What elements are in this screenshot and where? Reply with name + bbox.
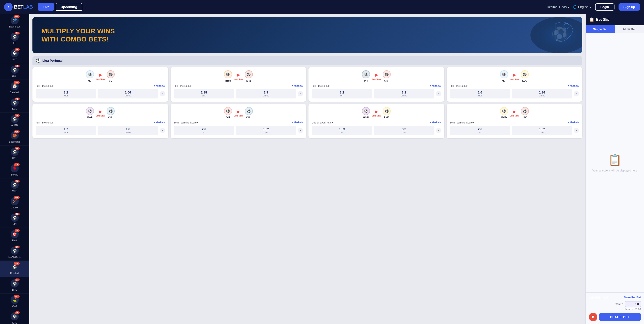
- sidebar-item-inpl[interactable]: ⚽ 38 INPL: [0, 211, 29, 228]
- home-team-logo: ⚽: [500, 70, 508, 78]
- odds-arrow-btn[interactable]: ›: [160, 128, 165, 133]
- singles-label: Singles (x0): [589, 296, 608, 300]
- sidebar-item-badminton[interactable]: 🏸 358 Badminton: [0, 14, 29, 30]
- odd-btn-2[interactable]: 3.3 Yes: [374, 126, 434, 135]
- sidebar-item-bpl[interactable]: ⚽ 37 BPL: [0, 277, 29, 294]
- odd-btn-2[interactable]: 3.1 DRAW: [374, 89, 434, 98]
- sport-badge-golf: 171: [14, 295, 20, 298]
- odds-arrow-btn[interactable]: ›: [298, 91, 303, 96]
- odds-selector[interactable]: Decimal Odds: [547, 5, 569, 9]
- odd-btn-1[interactable]: 1.7 BAR: [36, 126, 96, 135]
- sidebar-item-baseball[interactable]: ⚾ 485 Baseball: [0, 80, 29, 96]
- odd-btn-2[interactable]: 1.66 DRAW: [98, 89, 158, 98]
- sport-badge-aufb: 40: [15, 114, 20, 117]
- home-team-logo: ⚽: [362, 107, 370, 115]
- home-team: ⚽ MCI: [86, 70, 94, 82]
- live-play-icon: ▶: [236, 109, 240, 114]
- sport-badge-boxing: 275: [14, 163, 20, 166]
- markets-link[interactable]: ▾ Markets: [154, 84, 165, 87]
- match-teams: ⚽ MCI ▶ Live Now ⚽ LEU: [450, 70, 579, 82]
- away-team: ⚽ CHL: [245, 107, 253, 119]
- stake-label: STAKE: [616, 303, 623, 306]
- login-button[interactable]: Login: [595, 4, 614, 10]
- odd-btn-2[interactable]: 2.9 DRAW: [236, 89, 296, 98]
- sidebar-item-basketball[interactable]: 🏀 490 Basketball: [0, 129, 29, 146]
- sidebar-item-boxing[interactable]: 🥊 275 Boxing: [0, 162, 29, 178]
- odd-btn-1[interactable]: 2.38 BRN: [174, 89, 234, 98]
- sidebar-item-efl[interactable]: ⚽ 35 EFL: [0, 310, 29, 324]
- odds-arrow-btn[interactable]: ›: [574, 128, 579, 133]
- delete-button[interactable]: 🗑: [589, 313, 597, 321]
- match-market: Both Teams to Score ▾ ▾ Markets: [174, 121, 303, 124]
- multi-bet-tab[interactable]: Multi Bet: [615, 25, 644, 33]
- odd-btn-2[interactable]: 1.36 DRAW: [512, 89, 572, 98]
- odds-row: 3.2 MCI 1.66 DRAW ›: [36, 89, 165, 98]
- sport-icon-league1: ⚽ 37: [10, 246, 19, 254]
- live-now-label: Live Now: [510, 78, 519, 80]
- markets-link[interactable]: ▾ Markets: [430, 121, 441, 124]
- sidebar-item-sat[interactable]: ⚽ 49 SAT: [0, 47, 29, 63]
- sport-badge-inpl: 38: [15, 213, 20, 216]
- odd-btn-1[interactable]: 3.2 INT: [312, 89, 372, 98]
- odds-row: 1.6 MCI 1.36 DRAW ›: [450, 89, 579, 98]
- sidebar-item-lf[interactable]: ⚽ 51 LF: [0, 30, 29, 47]
- sport-label-inpl: INPL: [12, 222, 17, 225]
- away-team: ⚽ LEU: [521, 70, 529, 82]
- odds-arrow-btn[interactable]: ›: [574, 91, 579, 96]
- betslip-icon: 📋: [589, 17, 594, 22]
- sport-icon-sat: ⚽ 49: [10, 49, 19, 57]
- markets-link[interactable]: ▾ Markets: [292, 121, 303, 124]
- odds-arrow-btn[interactable]: ›: [436, 128, 441, 133]
- away-team-logo: ⚽: [245, 70, 253, 78]
- upcoming-button[interactable]: Upcoming: [56, 3, 82, 11]
- odds-row: 3.2 INT 3.1 DRAW ›: [312, 89, 441, 98]
- odd-btn-1[interactable]: 1.53 No: [312, 126, 372, 135]
- sidebar-item-ucl[interactable]: ⚽ 45 UCL: [0, 63, 29, 80]
- odds-arrow-btn[interactable]: ›: [436, 91, 441, 96]
- sidebar-item-ssl[interactable]: ⚽ 42 SSL: [0, 96, 29, 113]
- odds-arrow-btn[interactable]: ›: [160, 91, 165, 96]
- sport-badge-mls: 38: [15, 180, 20, 182]
- live-button[interactable]: Live: [38, 3, 54, 11]
- stake-per-bet-label: Stake Per Bet: [624, 296, 641, 299]
- home-team-name: GIR: [226, 116, 230, 119]
- odd-btn-1[interactable]: 2.6 No: [450, 126, 510, 135]
- market-name: Full Time Result: [312, 84, 330, 87]
- nav-buttons: Live Upcoming: [38, 3, 82, 11]
- sport-badge-dart: 25: [15, 229, 20, 232]
- sidebar-item-golf[interactable]: ⛳ 171 Golf: [0, 294, 29, 310]
- markets-link[interactable]: ▾ Markets: [568, 121, 579, 124]
- odd-btn-1[interactable]: 2.6 No: [174, 126, 234, 135]
- away-team-logo: ⚽: [382, 107, 391, 115]
- sidebar-item-dart[interactable]: 🎯 25 Dart: [0, 228, 29, 244]
- svg-text:⚽: ⚽: [552, 26, 568, 42]
- place-bet-button[interactable]: PLACE BET: [599, 313, 641, 321]
- lang-selector[interactable]: English: [573, 5, 591, 9]
- home-team-name: BRN: [225, 79, 231, 82]
- sidebar-item-uel[interactable]: ⚽ 40 UEL: [0, 146, 29, 162]
- sidebar-item-league1[interactable]: ⚽ 37 LEAGUE-1: [0, 244, 29, 261]
- league-header: ⚽ Liga Portugal: [32, 56, 582, 65]
- markets-link[interactable]: ▾ Markets: [568, 84, 579, 87]
- live-play-icon: ▶: [99, 72, 102, 78]
- odd-btn-2[interactable]: 1.62 Yes: [512, 126, 572, 135]
- betslip-singles-row: Singles (x0) Stake Per Bet: [589, 296, 641, 300]
- odd-btn-1[interactable]: 3.2 MCI: [36, 89, 96, 98]
- sidebar-item-mls[interactable]: ⚽ 38 MLS: [0, 178, 29, 195]
- odd-btn-2[interactable]: 1.62 Yes: [236, 126, 296, 135]
- markets-link[interactable]: ▾ Markets: [154, 121, 165, 124]
- home-team: ⚽ BOD: [500, 107, 508, 119]
- stake-input[interactable]: [625, 301, 641, 307]
- markets-link[interactable]: ▾ Markets: [430, 84, 441, 87]
- sidebar-item-cricket[interactable]: 🏏 146 Cricket: [0, 195, 29, 211]
- markets-link[interactable]: ▾ Markets: [292, 84, 303, 87]
- odd-btn-2[interactable]: 1.6 DRAW: [98, 126, 158, 135]
- signup-button[interactable]: Sign up: [618, 4, 640, 10]
- away-team-name: CV: [109, 79, 112, 82]
- odds-arrow-btn[interactable]: ›: [298, 128, 303, 133]
- sidebar-item-aufb[interactable]: ⚽ 40 AUFB: [0, 113, 29, 129]
- live-play-icon: ▶: [375, 72, 378, 78]
- odd-btn-1[interactable]: 1.6 MCI: [450, 89, 510, 98]
- single-bet-tab[interactable]: Single Bet: [586, 25, 615, 33]
- sidebar-item-football[interactable]: ⚽ 644 Football: [0, 261, 29, 277]
